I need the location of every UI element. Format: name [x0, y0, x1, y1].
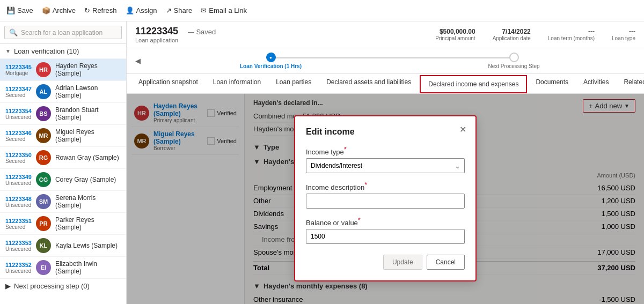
loan-type: Unsecured	[5, 246, 32, 252]
nav-tabs: Application snapshot Loan information Lo…	[127, 74, 644, 94]
tab-declared-assets[interactable]: Declared assets and liabilities	[319, 74, 419, 93]
modal-overlay: Edit income ✕ Income type* Dividends/Int…	[127, 94, 644, 304]
loan-type: Unsecured	[5, 180, 32, 186]
process-bar: ◀ ● Loan Verification (1 Hrs) Next Proce…	[127, 48, 644, 74]
modal-actions: Update Cancel	[306, 255, 465, 270]
sidebar-item-11223349[interactable]: 11223349 Unsecured CG Corey Gray (Sample…	[0, 169, 126, 191]
income-type-select[interactable]: Dividends/Interest Employment Other Savi…	[306, 158, 465, 173]
record-status: — Saved	[188, 28, 216, 36]
income-description-field: Income description*	[306, 181, 465, 209]
search-input[interactable]: 🔍 Search for a loan application	[4, 26, 122, 39]
edit-income-modal: Edit income ✕ Income type* Dividends/Int…	[294, 115, 477, 281]
income-description-input[interactable]	[306, 194, 465, 209]
share-button[interactable]: ↗ Share	[166, 6, 193, 14]
avatar-rg: RG	[36, 150, 51, 165]
sidebar-item-11223350[interactable]: 11223350 Secured RG Rowan Gray (Sample)	[0, 147, 126, 169]
assign-icon: 👤	[126, 6, 134, 14]
assign-button[interactable]: 👤 Assign	[126, 6, 157, 14]
loan-id: 11223350	[5, 152, 32, 158]
next-processing-section[interactable]: ▶ Next processing step (0)	[0, 279, 126, 293]
loan-type: Unsecured	[5, 114, 32, 120]
tab-application-snapshot[interactable]: Application snapshot	[131, 74, 206, 93]
refresh-button[interactable]: ↻ Refresh	[84, 6, 117, 14]
next-step-label: Next Processing Step	[488, 63, 539, 69]
loan-id: 11223348	[5, 196, 32, 202]
sidebar-item-11223354[interactable]: 11223354 Unsecured BS Brandon Stuart (Sa…	[0, 103, 126, 125]
sub-content: HR Hayden Reyes (Sample) Primary applica…	[127, 94, 644, 304]
loan-name: Corey Gray (Sample)	[55, 176, 116, 183]
loan-type: Unsecured	[5, 202, 32, 208]
update-button[interactable]: Update	[383, 255, 422, 270]
avatar-al: AL	[36, 84, 51, 99]
avatar-kl: KL	[36, 238, 51, 253]
archive-button[interactable]: 📦 Archive	[42, 6, 76, 14]
loan-name: Kayla Lewis (Sample)	[55, 242, 118, 249]
avatar-sm: SM	[36, 194, 51, 209]
sidebar-item-11223352[interactable]: 11223352 Unsecured EI Elizabeth Irwin (S…	[0, 257, 126, 279]
loan-id: 11223351	[5, 218, 32, 224]
sidebar-item-11223351[interactable]: 11223351 Secured PR Parker Reyes (Sample…	[0, 213, 126, 235]
collapse-icon[interactable]: ◀	[135, 57, 141, 65]
tab-activities[interactable]: Activities	[576, 74, 616, 93]
chevron-down-icon: ▼	[5, 48, 11, 54]
refresh-icon: ↻	[84, 6, 90, 14]
tab-documents[interactable]: Documents	[528, 74, 576, 93]
loan-id: 11223352	[5, 262, 32, 268]
active-step-label: Loan Verification (1 Hrs)	[240, 63, 302, 69]
avatar-pr: PR	[36, 216, 51, 231]
email-link-button[interactable]: ✉ Email a Link	[201, 6, 247, 14]
email-icon: ✉	[201, 6, 207, 14]
loan-verification-section[interactable]: ▼ Loan verification (10)	[0, 44, 126, 59]
archive-icon: 📦	[42, 6, 50, 14]
record-meta: $500,000.00 Principal amount 7/14/2022 A…	[435, 28, 635, 41]
avatar-ei: EI	[36, 260, 51, 275]
record-id: 11223345	[135, 26, 178, 37]
loan-type: Secured	[5, 92, 32, 98]
loan-name: Serena Morris (Sample)	[55, 194, 121, 209]
avatar-cg: CG	[36, 172, 51, 187]
loan-id: 11223345	[5, 64, 32, 70]
sidebar-item-11223345[interactable]: 11223345 Mortgage HR Hayden Reyes (Sampl…	[0, 59, 126, 81]
income-type-field: Income type* Dividends/Interest Employme…	[306, 145, 465, 173]
loan-name: Miguel Reyes (Sample)	[55, 128, 121, 143]
loan-name: Hayden Reyes (Sample)	[55, 62, 121, 77]
loan-id: 11223353	[5, 240, 32, 246]
save-icon: 💾	[6, 6, 15, 14]
loan-name: Rowan Gray (Sample)	[55, 154, 119, 161]
loan-type: Secured	[5, 158, 32, 164]
loan-name: Adrian Lawson (Sample)	[55, 84, 121, 99]
loan-type: Mortgage	[5, 70, 32, 76]
modal-close-button[interactable]: ✕	[456, 123, 469, 136]
modal-title: Edit income	[306, 127, 465, 137]
loan-name: Brandon Stuart (Sample)	[55, 106, 121, 121]
loan-id: 11223346	[5, 130, 32, 136]
cancel-button[interactable]: Cancel	[427, 255, 465, 270]
avatar-bs: BS	[36, 106, 51, 121]
sidebar-item-11223347[interactable]: 11223347 Secured AL Adrian Lawson (Sampl…	[0, 81, 126, 103]
search-icon: 🔍	[9, 28, 18, 36]
balance-value-label: Balance or value*	[306, 216, 465, 227]
tab-related[interactable]: Related	[616, 74, 644, 93]
loan-id: 11223347	[5, 86, 32, 92]
loan-type: Secured	[5, 224, 32, 230]
sidebar-item-11223348[interactable]: 11223348 Unsecured SM Serena Morris (Sam…	[0, 191, 126, 213]
loan-type: Secured	[5, 136, 32, 142]
content-area: 11223345 — Saved Loan application $500,0…	[127, 21, 644, 304]
sidebar-item-11223353[interactable]: 11223353 Unsecured KL Kayla Lewis (Sampl…	[0, 235, 126, 257]
search-box: 🔍 Search for a loan application	[0, 21, 126, 44]
loan-name: Elizabeth Irwin (Sample)	[55, 260, 121, 275]
top-bar: 💾 Save 📦 Archive ↻ Refresh 👤 Assign ↗ Sh…	[0, 0, 644, 21]
record-header: 11223345 — Saved Loan application $500,0…	[127, 21, 644, 48]
tab-declared-income[interactable]: Declared income and expenses	[420, 75, 527, 93]
chevron-right-icon: ▶	[5, 282, 11, 290]
share-icon: ↗	[166, 6, 172, 14]
sidebar-items: 11223345 Mortgage HR Hayden Reyes (Sampl…	[0, 59, 126, 279]
record-subtitle: Loan application	[135, 37, 216, 43]
sidebar-item-11223346[interactable]: 11223346 Secured MR Miguel Reyes (Sample…	[0, 125, 126, 147]
tab-loan-parties[interactable]: Loan parties	[268, 74, 319, 93]
save-button[interactable]: 💾 Save	[6, 6, 33, 14]
avatar-mr: MR	[36, 128, 51, 143]
tab-loan-information[interactable]: Loan information	[206, 74, 268, 93]
balance-value-input[interactable]	[306, 229, 465, 244]
income-type-label: Income type*	[306, 145, 465, 156]
